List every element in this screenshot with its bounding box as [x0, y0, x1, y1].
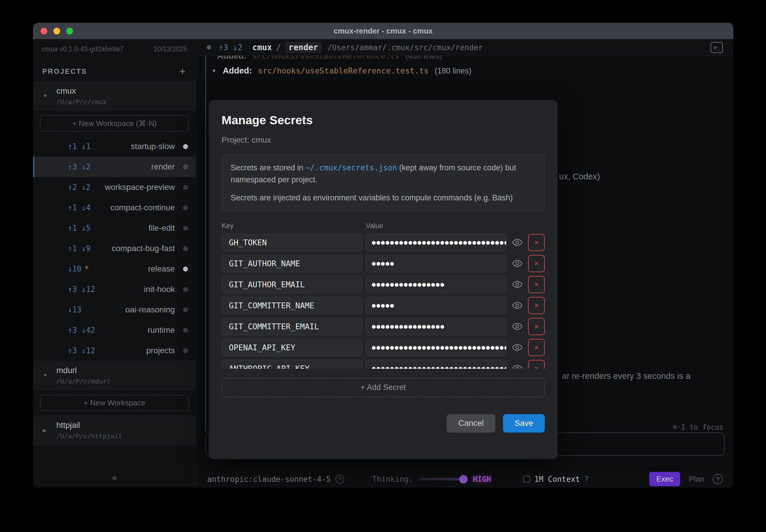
sidebar-info-row: cmux v0.1.0-43-gd2a5e9a7 10/13/2025: [33, 39, 196, 59]
new-workspace-button[interactable]: + New Workspace (⌘·N): [40, 115, 189, 132]
workspace-item-release[interactable]: ↓10 * release: [33, 259, 196, 279]
status-dot: [183, 185, 188, 190]
workspace-item-init-hook[interactable]: ↑3 ↓12 init-hook: [33, 279, 196, 300]
statusbar: anthropic:claude-sonnet-4-5 ? Thinking: …: [196, 471, 733, 487]
workspace-item-compact-continue[interactable]: ↑1 ↓4 compact-continue: [33, 197, 196, 218]
breadcrumb-project[interactable]: cmux: [252, 43, 272, 52]
project-name: mdurl: [56, 366, 110, 375]
git-stats: ↑1 ↓5: [68, 224, 90, 232]
delete-secret-button[interactable]: ×: [528, 255, 545, 272]
terminal-icon[interactable]: >_: [711, 42, 723, 53]
secret-value-input[interactable]: ●●●●●●●●●●●●●●●●: [366, 318, 506, 335]
help-icon[interactable]: ?: [713, 474, 723, 484]
added-file-line-clipped: Added: src/hooks/useStableReference.ts (…: [217, 56, 442, 61]
secret-row: GIT_COMMITTER_EMAIL ●●●●●●●●●●●●●●●● ×: [222, 318, 545, 335]
reveal-eye-icon[interactable]: [512, 342, 522, 353]
workspace-item-projects[interactable]: ↑3 ↓12 projects: [33, 340, 196, 361]
secrets-list: GH_TOKEN ●●●●●●●●●●●●●●●●●●●●●●●●●●●●●● …: [222, 234, 545, 369]
secret-value-input[interactable]: ●●●●●●●●●●●●●●●●●●●●●●●●●●●●●●: [366, 339, 506, 356]
window-title: cmux-render - cmux - cmux: [33, 27, 733, 36]
secret-key-input[interactable]: GIT_COMMITTER_NAME: [222, 297, 362, 314]
project-item-mdurl[interactable]: ▼ mdurl /U/a/P/c/mdurl: [33, 361, 196, 390]
secret-row: OPENAI_API_KEY ●●●●●●●●●●●●●●●●●●●●●●●●●…: [222, 339, 545, 356]
delete-secret-button[interactable]: ×: [528, 339, 545, 356]
slider-thumb[interactable]: [459, 475, 468, 483]
projects-header: PROJECTS: [42, 67, 87, 76]
minimize-window-button[interactable]: [53, 28, 60, 34]
secret-value-input[interactable]: ●●●●●●●●●●●●●●●●: [366, 276, 506, 293]
delete-secret-button[interactable]: ×: [528, 360, 545, 369]
secret-value-input[interactable]: ●●●●●●●●●●●●●●●●●●●●●●●●●●●●●●: [366, 234, 506, 251]
add-project-button[interactable]: +: [179, 67, 185, 75]
reveal-eye-icon[interactable]: [512, 300, 522, 311]
reveal-eye-icon[interactable]: [512, 258, 522, 269]
new-workspace-button[interactable]: + New Workspace: [40, 395, 189, 411]
project-item-httpjail[interactable]: ▶ httpjail /U/a/P/c/httpjail: [33, 416, 196, 445]
reveal-eye-icon[interactable]: [512, 237, 522, 248]
context-help-icon[interactable]: ?: [584, 475, 589, 484]
project-item-cmux[interactable]: ▼ cmux /U/a/P/c/cmux: [33, 81, 196, 111]
thinking-level: HIGH: [473, 475, 491, 484]
workspace-item-file-edit[interactable]: ↑1 ↓5 file-edit: [33, 218, 196, 238]
chevron-right-icon[interactable]: ▶: [43, 428, 49, 433]
chevron-down-icon[interactable]: ▼: [43, 373, 49, 378]
secret-key-input[interactable]: ANTHROPIC_API_KEY: [222, 360, 362, 369]
thinking-label: Thinking:: [372, 475, 413, 484]
collapse-sidebar-button[interactable]: «: [33, 467, 196, 487]
value-column-header: Value: [366, 222, 383, 230]
secret-key-input[interactable]: GIT_COMMITTER_EMAIL: [222, 318, 362, 335]
status-dot: [183, 267, 188, 272]
status-dot: [183, 246, 188, 251]
exec-mode-button[interactable]: Exec: [649, 472, 680, 486]
chevron-down-icon[interactable]: ▼: [43, 93, 49, 99]
project-name: cmux: [56, 86, 106, 96]
workspace-item-render[interactable]: ↑3 ↓2 render: [33, 157, 196, 177]
git-stats: ↑1 ↓1: [68, 142, 90, 151]
context-1m-checkbox[interactable]: [523, 476, 530, 483]
secret-value-input[interactable]: ●●●●●●●●●●●●●●●●●●●●●●●●●●●●●●: [366, 360, 506, 369]
manage-secrets-modal: Manage Secrets Project: cmux Secrets are…: [209, 100, 557, 459]
breadcrumb-workspace[interactable]: render: [285, 42, 322, 53]
model-selector[interactable]: anthropic:claude-sonnet-4-5: [207, 475, 331, 484]
save-button[interactable]: Save: [503, 414, 545, 433]
modal-title: Manage Secrets: [222, 113, 545, 127]
status-dot: [183, 287, 188, 292]
secret-value-input[interactable]: ●●●●●: [366, 255, 506, 272]
titlebar[interactable]: cmux-render - cmux - cmux: [33, 23, 733, 39]
file-path-link[interactable]: src/hooks/useStableReference.test.ts: [258, 66, 428, 75]
secret-key-input[interactable]: GIT_AUTHOR_EMAIL: [222, 276, 362, 293]
workspace-item-runtime[interactable]: ↑3 ↓42 runtime: [33, 320, 196, 340]
git-stats: ↓10: [68, 265, 81, 273]
delete-secret-button[interactable]: ×: [528, 297, 545, 314]
status-dot: [183, 307, 188, 312]
secret-key-input[interactable]: GIT_AUTHOR_NAME: [222, 255, 362, 272]
project-path: /U/a/P/c/mdurl: [56, 378, 110, 385]
status-dot: [183, 144, 188, 149]
git-stats: ↑1 ↓9: [68, 244, 90, 253]
secret-value-input[interactable]: ●●●●●: [366, 297, 506, 314]
cancel-button[interactable]: Cancel: [447, 414, 495, 433]
workspace-item-workspace-preview[interactable]: ↑2 ↓2 workspace-preview: [33, 177, 196, 197]
workspace-item-startup-slow[interactable]: ↑1 ↓1 startup-slow: [33, 136, 196, 157]
add-secret-button[interactable]: + Add Secret: [222, 378, 545, 397]
secret-key-input[interactable]: GH_TOKEN: [222, 234, 362, 251]
close-window-button[interactable]: [41, 28, 47, 34]
reveal-eye-icon[interactable]: [512, 363, 522, 369]
thinking-slider[interactable]: [419, 478, 466, 480]
reveal-eye-icon[interactable]: [512, 279, 522, 290]
reveal-eye-icon[interactable]: [512, 321, 522, 332]
secret-row: GIT_AUTHOR_NAME ●●●●● ×: [222, 255, 545, 272]
workspace-item-compact-bug-fast[interactable]: ↑1 ↓9 compact-bug-fast: [33, 238, 196, 259]
model-help-icon[interactable]: ?: [335, 475, 344, 484]
context-label: 1M Context: [534, 475, 580, 484]
occluded-text-bottom: ar re-renders every 3 seconds is a: [562, 371, 690, 381]
delete-secret-button[interactable]: ×: [528, 234, 545, 251]
zoom-window-button[interactable]: [66, 28, 73, 34]
delete-secret-button[interactable]: ×: [528, 276, 545, 293]
secrets-table-header: Key Value: [222, 222, 545, 230]
delete-secret-button[interactable]: ×: [528, 318, 545, 335]
secret-key-input[interactable]: OPENAI_API_KEY: [222, 339, 362, 356]
git-stats: ↑3 ↓12: [68, 285, 95, 294]
plan-mode-button[interactable]: Plan: [689, 475, 704, 484]
workspace-item-oai-reasoning[interactable]: ↓13 oai-reasoning: [33, 300, 196, 320]
